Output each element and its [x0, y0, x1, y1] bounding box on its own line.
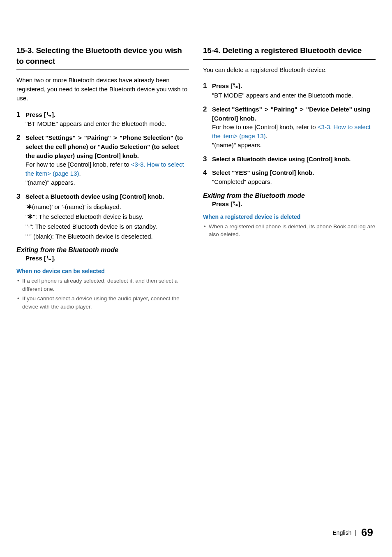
- step-body: For how to use [Control] knob, refer to …: [25, 160, 189, 178]
- step-text: Select "Settings": [25, 134, 77, 141]
- intro-text: You can delete a registered Bluetooth de…: [203, 65, 376, 74]
- divider: [16, 70, 189, 70]
- notes-list: If a cell phone is already selected, des…: [16, 277, 189, 311]
- step-heading: Select a Bluetooth device using [Control…: [212, 155, 351, 162]
- step-body: For how to use [Control] knob, refer to …: [212, 123, 376, 141]
- step-text: ].: [52, 111, 55, 118]
- left-column: 15-3. Selecting the Bluetooth device you…: [16, 45, 189, 313]
- phone-icon: [46, 255, 52, 262]
- note-item: If you cannot select a device using the …: [16, 295, 189, 311]
- exit-body: Press [].: [25, 255, 189, 262]
- chevron-icon: >: [113, 134, 118, 141]
- sublist-item: '✱(name)' or '-(name)' is displayed.: [25, 202, 189, 211]
- phone-icon: [233, 201, 238, 208]
- step-item: Select "YES" using [Control] knob. "Comp…: [203, 168, 376, 186]
- note-heading: When no device can be selected: [16, 268, 189, 274]
- phone-icon: [46, 111, 52, 120]
- step-heading: Select "Settings" > "Pairing" > "Phone S…: [25, 134, 183, 159]
- step-heading: Select a Bluetooth device using [Control…: [25, 193, 164, 200]
- note-item: If a cell phone is already selected, des…: [16, 277, 189, 293]
- sublist-item: " " (blank): The Bluetooth device is des…: [25, 232, 189, 241]
- body-text: For how to use [Control] knob, refer to: [212, 123, 318, 130]
- intro-text: When two or more Bluetooth devices have …: [16, 76, 189, 102]
- body-text: .: [79, 170, 81, 177]
- step-heading: Press [].: [25, 111, 55, 118]
- step-item: Select a Bluetooth device using [Control…: [16, 192, 189, 241]
- step-body: "(name)" appears.: [212, 141, 376, 150]
- right-column: 15-4. Deleting a registered Bluetooth de…: [203, 45, 376, 313]
- step-text: "Pairing": [269, 106, 299, 113]
- exit-heading: Exiting from the Bluetooth mode: [16, 246, 189, 254]
- exit-text: Press [: [25, 255, 46, 262]
- step-text: Press [: [212, 82, 233, 89]
- phone-icon: [233, 82, 238, 91]
- exit-heading: Exiting from the Bluetooth mode: [203, 192, 376, 200]
- step-body: "(name)" appears.: [25, 178, 189, 187]
- sublist-item: "-": The selected Bluetooth device is on…: [25, 222, 189, 231]
- chevron-icon: >: [299, 106, 304, 113]
- step-text: Press [: [25, 111, 46, 118]
- step-item: Press []. "BT MODE" appears and enter th…: [16, 110, 189, 129]
- page-number: 69: [361, 526, 373, 538]
- exit-body: Press [].: [212, 200, 376, 208]
- steps-list: Press []. "BT MODE" appears and enter th…: [16, 110, 189, 241]
- step-body: "BT MODE" appears and enter the Bluetoot…: [25, 119, 189, 128]
- step-body: "Completed" appears.: [212, 177, 376, 186]
- note-item: When a registered cell phone is deleted,…: [203, 223, 376, 239]
- exit-text: ].: [52, 255, 55, 262]
- chevron-icon: >: [264, 106, 269, 113]
- footer-lang: English: [333, 529, 352, 536]
- step-item: Press []. "BT MODE" appears and enter th…: [203, 81, 376, 100]
- step-heading: Select "Settings" > "Pairing" > "Device …: [212, 106, 370, 122]
- step-sublist: '✱(name)' or '-(name)' is displayed. "✱"…: [25, 202, 189, 241]
- columns: 15-3. Selecting the Bluetooth device you…: [16, 45, 376, 313]
- step-item: Select a Bluetooth device using [Control…: [203, 155, 376, 164]
- page: 15-3. Selecting the Bluetooth device you…: [0, 0, 392, 557]
- notes-list: When a registered cell phone is deleted,…: [203, 223, 376, 239]
- section-title: 15-3. Selecting the Bluetooth device you…: [16, 45, 189, 66]
- step-heading: Press [].: [212, 82, 242, 89]
- exit-text: Press [: [212, 200, 233, 207]
- body-text: .: [266, 132, 267, 139]
- step-body: "BT MODE" appears and enter the Bluetoot…: [212, 91, 376, 100]
- sublist-item: "✱": The selected Bluetooth device is bu…: [25, 212, 189, 221]
- step-text: Select "Settings": [212, 106, 264, 113]
- body-text: For how to use [Control] knob, refer to: [25, 161, 131, 168]
- step-item: Select "Settings" > "Pairing" > "Device …: [203, 105, 376, 150]
- steps-list: Press []. "BT MODE" appears and enter th…: [203, 81, 376, 186]
- step-item: Select "Settings" > "Pairing" > "Phone S…: [16, 133, 189, 187]
- chevron-icon: >: [77, 134, 83, 141]
- step-text: "Pairing": [83, 134, 113, 141]
- section-title: 15-4. Deleting a registered Bluetooth de…: [203, 45, 376, 56]
- divider: [203, 59, 376, 60]
- footer-separator: |: [355, 529, 356, 536]
- step-text: ].: [238, 82, 242, 89]
- exit-text: ].: [238, 200, 242, 207]
- step-heading: Select "YES" using [Control] knob.: [212, 169, 314, 176]
- note-heading: When a registered device is deleted: [203, 214, 376, 220]
- page-footer: English|69: [333, 526, 373, 539]
